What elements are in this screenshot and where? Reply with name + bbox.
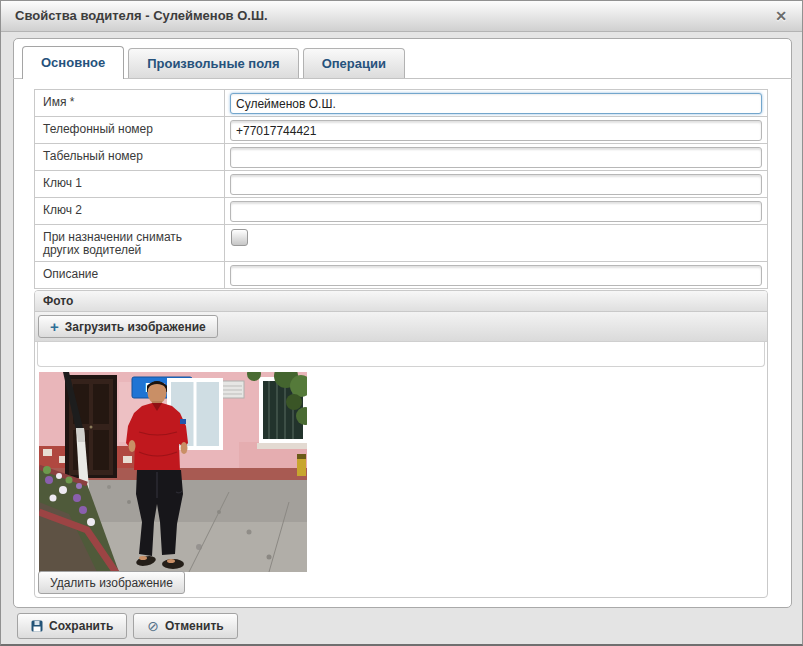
- description-input[interactable]: [230, 265, 762, 286]
- key2-label: Ключ 2: [35, 198, 225, 224]
- driver-form: Имя * Телефонный номер Табельный номер К…: [34, 89, 768, 289]
- upload-image-label: Загрузить изображение: [65, 320, 206, 334]
- photo-section: Фото + Загрузить изображение: [34, 290, 768, 598]
- form-row-description: Описание: [35, 262, 767, 289]
- key1-label: Ключ 1: [35, 171, 225, 197]
- tab-custom-fields[interactable]: Произвольные поля: [128, 48, 298, 78]
- name-label: Имя *: [35, 90, 225, 116]
- dialog-title: Свойства водителя - Сулейменов О.Ш.: [15, 1, 268, 31]
- form-row-exclusive-assignment: При назначении снимать других водителей: [35, 225, 767, 262]
- footer: Сохранить ⊘ Отменить: [17, 613, 238, 639]
- form-row-phone: Телефонный номер: [35, 117, 767, 144]
- driver-photo: БАНЯ: [39, 372, 307, 572]
- save-icon: [31, 620, 43, 632]
- upload-drop-area: [37, 342, 765, 367]
- cancel-button[interactable]: ⊘ Отменить: [133, 613, 237, 639]
- cancel-icon: ⊘: [147, 619, 159, 633]
- save-label: Сохранить: [49, 619, 113, 633]
- cancel-label: Отменить: [165, 619, 224, 633]
- delete-image-button[interactable]: Удалить изображение: [38, 571, 185, 594]
- photo-section-header: Фото: [35, 291, 767, 312]
- upload-toolbar: + Загрузить изображение: [35, 312, 767, 342]
- description-label: Описание: [35, 262, 225, 288]
- name-input[interactable]: [230, 93, 762, 114]
- form-row-name: Имя *: [35, 90, 767, 117]
- titlebar: Свойства водителя - Сулейменов О.Ш. ✕: [1, 1, 802, 32]
- key2-input[interactable]: [230, 201, 762, 222]
- driver-properties-dialog: Свойства водителя - Сулейменов О.Ш. ✕ Ос…: [0, 0, 803, 646]
- save-button[interactable]: Сохранить: [17, 613, 127, 639]
- tab-main[interactable]: Основное: [22, 46, 124, 79]
- key1-input[interactable]: [230, 174, 762, 195]
- exclusive-assignment-label: При назначении снимать других водителей: [35, 225, 225, 261]
- upload-image-button[interactable]: + Загрузить изображение: [38, 315, 218, 338]
- form-row-personnel-number: Табельный номер: [35, 144, 767, 171]
- personnel-number-label: Табельный номер: [35, 144, 225, 170]
- phone-label: Телефонный номер: [35, 117, 225, 143]
- tab-bar: Основное Произвольные поля Операции: [13, 38, 792, 79]
- form-row-key2: Ключ 2: [35, 198, 767, 225]
- phone-input[interactable]: [230, 120, 762, 141]
- plus-icon: +: [50, 319, 59, 334]
- form-row-key1: Ключ 1: [35, 171, 767, 198]
- close-icon[interactable]: ✕: [772, 7, 790, 25]
- exclusive-assignment-checkbox[interactable]: [231, 229, 248, 246]
- personnel-number-input[interactable]: [230, 147, 762, 168]
- tab-operations[interactable]: Операции: [303, 48, 405, 78]
